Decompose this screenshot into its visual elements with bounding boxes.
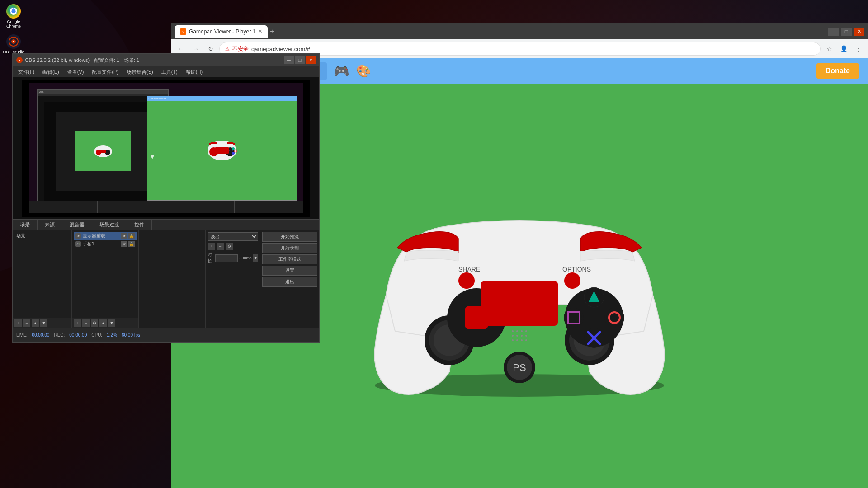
svg-point-63	[232, 152, 235, 155]
mixer-list	[139, 230, 205, 328]
svg-point-52	[525, 339, 527, 341]
svg-point-49	[512, 339, 514, 341]
obs-menu-scenecollection[interactable]: 场景集合(S)	[123, 68, 157, 76]
ps-icon: 🎮	[334, 64, 349, 79]
ps4-controller-svg: SHARE OPTIONS PS	[350, 169, 689, 404]
source-display-label: 显示器捕获	[83, 233, 119, 239]
transition-remove-button[interactable]: −	[217, 243, 224, 250]
sources-panel: 👁 显示器捕获 👁 🔒 🎮 手柄1 👁 🔒	[72, 230, 138, 328]
url-display: gamepadviewer.com/#	[251, 46, 310, 52]
svg-text:G: G	[181, 30, 184, 34]
source-item-display[interactable]: 👁 显示器捕获 👁 🔒	[74, 232, 137, 240]
extensions-button[interactable]: ⋮	[852, 42, 864, 55]
transition-settings-button[interactable]: ⚙	[226, 243, 233, 250]
transition-select[interactable]: 淡出	[208, 232, 258, 241]
source-panel-header[interactable]: 来源	[38, 220, 62, 230]
obs-titlebar: ● OBS 22.0.2 (32-bit, windows) - 配置文件: 1…	[13, 54, 319, 66]
scenes-panel: 场景 + − ▲ ▼	[13, 230, 71, 328]
obs-close-button[interactable]: ✕	[306, 56, 316, 64]
transition-add-button[interactable]: +	[208, 243, 215, 250]
obs-menu-help[interactable]: 帮助(H)	[182, 68, 206, 76]
source-up-button[interactable]: ▲	[99, 319, 107, 327]
source-remove-button[interactable]: −	[82, 319, 90, 327]
svg-text:OPTIONS: OPTIONS	[562, 266, 591, 273]
svg-text:PS: PS	[513, 362, 526, 373]
obs-window-title: OBS 22.0.2 (32-bit, windows) - 配置文件: 1 -…	[25, 57, 139, 64]
obs-menu-file[interactable]: 文件(F)	[14, 68, 38, 76]
desktop-icons: Google Chrome OBS Studio	[0, 0, 27, 56]
scene-down-button[interactable]: ▼	[40, 319, 47, 327]
source-visibility-icon: 👁	[75, 233, 81, 239]
svg-point-20	[458, 272, 475, 289]
obs-menu-edit[interactable]: 编辑(E)	[39, 68, 63, 76]
source-lock-button[interactable]: 🔒	[128, 233, 135, 239]
live-value: 00:00:00	[32, 333, 49, 338]
svg-point-47	[521, 335, 523, 337]
source-item-gamepad[interactable]: 🎮 手柄1 👁 🔒	[74, 240, 137, 248]
rec-value: 00:00:00	[69, 333, 87, 338]
start-record-button[interactable]: 开始录制	[262, 243, 317, 253]
start-stream-button[interactable]: 开始推流	[262, 232, 317, 242]
exit-button[interactable]: 退出	[262, 277, 317, 287]
settings-button[interactable]: 设置	[262, 266, 317, 276]
transition-controls: + − ⚙	[208, 243, 258, 250]
source-add-button[interactable]: +	[74, 319, 81, 327]
duration-dropdown-button[interactable]: ▼	[253, 254, 258, 262]
cpu-value: 1.2%	[107, 333, 117, 338]
svg-point-21	[564, 272, 580, 289]
svg-point-43	[521, 330, 523, 332]
scene-item-label: 场景	[16, 233, 25, 239]
browser-maximize-button[interactable]: □	[841, 28, 852, 36]
obs-window-controls: ─ □ ✕	[284, 56, 316, 64]
scene-remove-button[interactable]: −	[23, 319, 30, 327]
obs-panel-headers: 场景 来源 混音器 场景过渡 控件	[13, 219, 319, 230]
new-tab-button[interactable]: +	[270, 28, 274, 36]
source-down-button[interactable]: ▼	[108, 319, 115, 327]
source-gamepad-label: 手柄1	[83, 241, 119, 247]
svg-point-50	[516, 339, 518, 341]
scene-panel-header[interactable]: 场景	[13, 220, 38, 230]
transition-panel: 淡出 + − ⚙ 时长 300ms ▼	[206, 230, 260, 328]
obs-menu-profile[interactable]: 配置文件(P)	[88, 68, 122, 76]
transition-panel-header[interactable]: 场景过渡	[92, 220, 127, 230]
obs-menu-view[interactable]: 查看(V)	[64, 68, 88, 76]
svg-point-6	[13, 41, 14, 42]
source-eye-button[interactable]: 👁	[121, 233, 127, 239]
svg-point-46	[516, 335, 518, 337]
mixer-panel-header[interactable]: 混音器	[62, 220, 92, 230]
controls-panel-header[interactable]: 控件	[127, 220, 152, 230]
controls-panel: 开始推流 开始录制 工作室模式 设置 退出	[260, 230, 319, 328]
browser-close-button[interactable]: ✕	[854, 28, 864, 36]
obs-minimize-button[interactable]: ─	[284, 56, 294, 64]
studio-mode-button[interactable]: 工作室模式	[262, 254, 317, 264]
obs-maximize-button[interactable]: □	[295, 56, 305, 64]
scene-add-button[interactable]: +	[14, 319, 22, 327]
security-label: 不安全	[232, 45, 249, 53]
source-gamepad-eye-button[interactable]: 👁	[121, 241, 127, 247]
tab-close-button[interactable]: ✕	[258, 28, 262, 34]
donate-button[interactable]: Donate	[816, 63, 859, 79]
browser-minimize-button[interactable]: ─	[828, 28, 839, 36]
bookmark-button[interactable]: ☆	[823, 42, 835, 55]
source-gamepad-lock-button[interactable]: 🔒	[128, 241, 135, 247]
profile-button[interactable]: 👤	[837, 42, 850, 55]
sources-list: 👁 显示器捕获 👁 🔒 🎮 手柄1 👁 🔒	[72, 230, 138, 318]
rec-label: REC:	[54, 333, 65, 338]
obs-desktop-icon[interactable]: OBS Studio	[1, 33, 26, 56]
tab-title: Gamepad Viewer - Player 1	[189, 28, 255, 35]
obs-menubar: 文件(F) 编辑(E) 查看(V) 配置文件(P) 场景集合(S) 工具(T) …	[13, 66, 319, 77]
source-gamepad-icon: 🎮	[75, 241, 81, 247]
browser-tab-active[interactable]: G Gamepad Viewer - Player 1 ✕	[175, 25, 268, 38]
obs-panel-content: 场景 + − ▲ ▼ 👁 显示器捕获 👁	[13, 230, 319, 328]
scene-up-button[interactable]: ▲	[32, 319, 39, 327]
browser-titlebar: G Gamepad Viewer - Player 1 ✕ + ─ □ ✕	[171, 23, 868, 39]
duration-input[interactable]	[215, 254, 238, 262]
obs-menu-tools[interactable]: 工具(T)	[158, 68, 181, 76]
svg-text:SHARE: SHARE	[458, 266, 480, 273]
svg-rect-19	[481, 281, 558, 326]
scene-item[interactable]: 场景	[14, 232, 70, 240]
svg-point-42	[516, 330, 518, 332]
chrome-desktop-icon[interactable]: Google Chrome	[0, 2, 27, 30]
source-settings-button[interactable]: ⚙	[91, 319, 98, 327]
svg-point-44	[525, 330, 527, 332]
